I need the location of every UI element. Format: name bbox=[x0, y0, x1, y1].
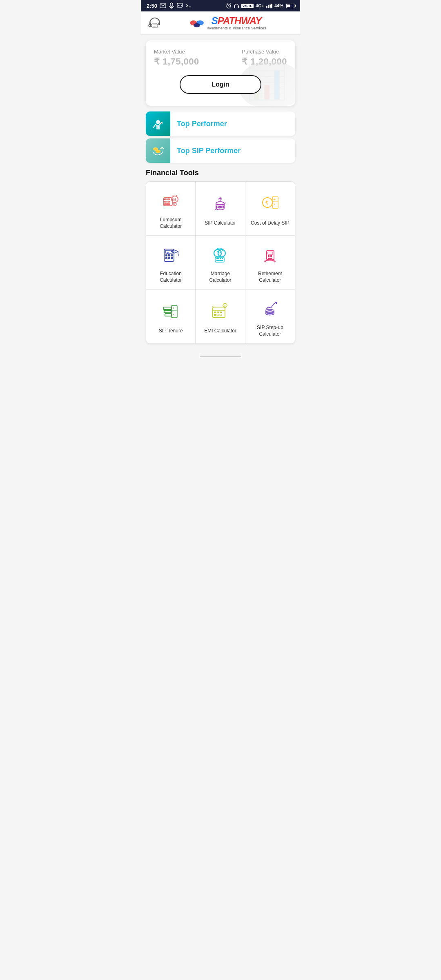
svg-rect-98 bbox=[217, 312, 219, 313]
sip-calculator-item[interactable]: SIP Calculator bbox=[196, 182, 245, 236]
network-badge: 4G+ bbox=[256, 3, 264, 8]
svg-point-27 bbox=[153, 149, 158, 150]
svg-rect-65 bbox=[168, 257, 170, 259]
education-calculator-icon: ₹ bbox=[160, 244, 181, 265]
education-calculator-item[interactable]: ₹ Education Calculator bbox=[146, 236, 196, 290]
mic-icon bbox=[169, 2, 174, 9]
svg-point-4 bbox=[178, 5, 179, 6]
svg-rect-85 bbox=[164, 310, 172, 313]
svg-rect-99 bbox=[220, 312, 222, 313]
marriage-icon-wrap bbox=[208, 243, 232, 267]
svg-rect-74 bbox=[220, 258, 221, 259]
top-performer-thumbnail bbox=[146, 111, 170, 136]
status-bar: 2:50 VoLTE 4G+ 44% bbox=[141, 0, 300, 11]
svg-point-23 bbox=[194, 23, 200, 27]
svg-rect-31 bbox=[164, 198, 167, 200]
svg-text:+: + bbox=[273, 197, 276, 202]
svg-rect-101 bbox=[217, 314, 219, 316]
lumpsum-calculator-item[interactable]: ₹ Lumpsum Calculator bbox=[146, 182, 196, 236]
retirement-calculator-icon bbox=[259, 244, 281, 265]
portfolio-values: Market Value ₹ 1,75,000 Purchase Value ₹… bbox=[154, 49, 287, 67]
sip-calculator-label: SIP Calculator bbox=[205, 220, 236, 227]
sip-tenure-item[interactable]: + - × SIP Tenure bbox=[146, 290, 196, 343]
terminal-icon bbox=[185, 3, 192, 9]
top-sip-performer-row[interactable]: Top SIP Performer bbox=[146, 138, 295, 163]
status-time-group: 2:50 bbox=[147, 2, 192, 9]
bottom-bar bbox=[141, 352, 300, 364]
support-icon[interactable] bbox=[147, 16, 161, 30]
sip-tenure-icon-wrap: + - × bbox=[159, 300, 183, 324]
retirement-icon-wrap bbox=[258, 243, 282, 267]
cost-delay-icon-wrap: ₹ + × bbox=[258, 192, 282, 216]
sip-stepup-item[interactable]: SIP Step-up Calculator bbox=[245, 290, 295, 343]
purchase-value-label: Purchase Value bbox=[242, 49, 287, 55]
svg-rect-86 bbox=[165, 314, 172, 316]
status-time: 2:50 bbox=[147, 3, 157, 9]
cost-of-delay-label: Cost of Delay SIP bbox=[251, 220, 290, 227]
lumpsum-icon-wrap: ₹ bbox=[159, 189, 183, 213]
svg-rect-34 bbox=[167, 201, 170, 203]
financial-tools-section: Financial Tools bbox=[146, 169, 295, 344]
emi-calculator-item[interactable]: ₹ EMI Calculator bbox=[196, 290, 245, 343]
sip-tenure-icon: + - × bbox=[160, 301, 181, 323]
signal-icon bbox=[266, 4, 272, 8]
sip-stepup-label: SIP Step-up Calculator bbox=[249, 325, 292, 337]
svg-rect-72 bbox=[215, 257, 224, 262]
svg-point-25 bbox=[156, 120, 160, 124]
marriage-calculator-item[interactable]: Marriage Calculator bbox=[196, 236, 245, 290]
svg-point-39 bbox=[174, 199, 176, 201]
logo-text: SPATHWAY bbox=[207, 16, 266, 26]
volte-badge: VoLTE bbox=[241, 4, 254, 8]
sip-icon-wrap bbox=[208, 192, 232, 216]
svg-text:×: × bbox=[273, 202, 276, 207]
top-performer-row[interactable]: Top Performer bbox=[146, 111, 295, 136]
sip-tenure-label: SIP Tenure bbox=[159, 328, 183, 334]
logo-dots-svg bbox=[189, 17, 206, 29]
svg-rect-64 bbox=[165, 257, 167, 259]
svg-line-10 bbox=[229, 6, 229, 7]
gmail-icon bbox=[160, 2, 166, 9]
svg-rect-16 bbox=[158, 22, 160, 25]
emi-calculator-label: EMI Calculator bbox=[204, 328, 236, 334]
retirement-calculator-item[interactable]: Retirement Calculator bbox=[245, 236, 295, 290]
market-value-amount: ₹ 1,75,000 bbox=[154, 56, 199, 67]
svg-rect-79 bbox=[268, 255, 270, 257]
app-logo: SPATHWAY Investments & Insurance Service… bbox=[161, 16, 294, 30]
svg-rect-73 bbox=[216, 258, 219, 259]
svg-text:₹: ₹ bbox=[224, 305, 226, 307]
svg-rect-97 bbox=[214, 312, 216, 313]
lumpsum-calculator-label: Lumpsum Calculator bbox=[149, 217, 192, 229]
svg-text:₹: ₹ bbox=[174, 203, 176, 206]
svg-line-12 bbox=[230, 3, 231, 4]
login-button[interactable]: Login bbox=[180, 75, 261, 94]
svg-rect-78 bbox=[268, 252, 273, 254]
financial-tools-title: Financial Tools bbox=[146, 169, 295, 177]
emi-calculator-icon: ₹ bbox=[209, 301, 231, 323]
top-performer-label: Top Performer bbox=[170, 120, 227, 128]
svg-point-29 bbox=[156, 151, 160, 152]
market-value-label: Market Value bbox=[154, 49, 199, 55]
status-icons-group: VoLTE 4G+ 44% bbox=[226, 3, 294, 9]
svg-rect-102 bbox=[220, 314, 222, 316]
svg-rect-1 bbox=[170, 3, 173, 7]
svg-marker-87 bbox=[165, 307, 165, 308]
top-sip-icon bbox=[151, 143, 165, 158]
svg-line-69 bbox=[178, 254, 179, 256]
lumpsum-calculator-icon: ₹ bbox=[160, 190, 181, 212]
marriage-calculator-label: Marriage Calculator bbox=[199, 271, 241, 283]
sip-stepup-icon bbox=[259, 298, 281, 319]
logo-graphic: SPATHWAY Investments & Insurance Service… bbox=[161, 16, 294, 30]
svg-rect-14 bbox=[238, 6, 239, 8]
home-indicator bbox=[200, 356, 241, 357]
svg-text:₹: ₹ bbox=[265, 200, 268, 206]
cost-of-delay-sip-item[interactable]: ₹ + × Cost of Delay SIP bbox=[245, 182, 295, 236]
svg-rect-13 bbox=[234, 6, 235, 8]
battery-percent: 44% bbox=[274, 3, 283, 8]
battery-icon bbox=[286, 4, 294, 8]
svg-rect-63 bbox=[171, 254, 173, 256]
top-performer-icon bbox=[151, 116, 165, 131]
svg-rect-81 bbox=[268, 258, 272, 259]
education-icon-wrap: ₹ bbox=[159, 243, 183, 267]
svg-rect-62 bbox=[168, 254, 170, 256]
market-value-block: Market Value ₹ 1,75,000 bbox=[154, 49, 199, 67]
